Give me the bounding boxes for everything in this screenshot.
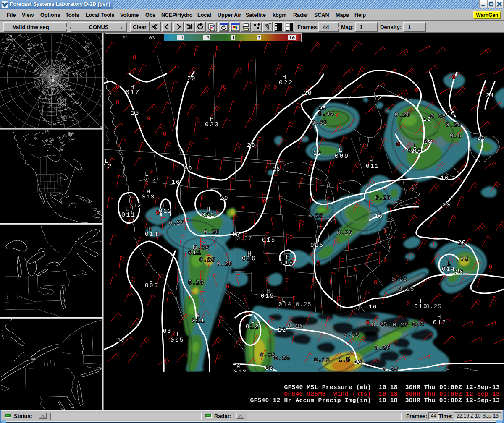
svg-text:0.5: 0.5 xyxy=(450,133,462,139)
svg-text:0: 0 xyxy=(366,320,369,326)
svg-text:GFS40 925MB Wind (kts) 10.18: GFS40 925MB Wind (kts) 10.18 30HR Thu 00… xyxy=(284,391,500,398)
svg-text:0: 0 xyxy=(415,87,418,94)
svg-text:011: 011 xyxy=(366,163,380,170)
svg-text:0.25: 0.25 xyxy=(393,322,409,329)
svg-text:0: 0 xyxy=(147,116,150,123)
svg-text:015: 015 xyxy=(262,237,276,244)
svg-text:12: 12 xyxy=(423,116,431,123)
svg-text:0.25: 0.25 xyxy=(426,303,442,310)
svg-text:0.25: 0.25 xyxy=(372,321,388,328)
svg-text:0: 0 xyxy=(156,210,159,217)
svg-text:013: 013 xyxy=(143,177,157,183)
svg-text:12: 12 xyxy=(278,327,286,334)
svg-text:022: 022 xyxy=(279,79,294,86)
svg-text:0.25: 0.25 xyxy=(314,357,330,364)
svg-text:016: 016 xyxy=(280,260,294,266)
svg-text:017: 017 xyxy=(433,319,447,326)
svg-text:0.25: 0.25 xyxy=(391,276,407,283)
svg-text:12: 12 xyxy=(133,203,142,209)
svg-text:014: 014 xyxy=(145,231,159,238)
svg-text:0.26: 0.26 xyxy=(375,345,391,351)
svg-text:1.5: 1.5 xyxy=(339,357,350,363)
svg-text:014: 014 xyxy=(442,266,456,273)
svg-text:0.25: 0.25 xyxy=(296,301,312,308)
svg-text:20: 20 xyxy=(184,165,192,172)
svg-text:12: 12 xyxy=(354,359,362,366)
svg-text:GFS40 MSL Pressure (mb) 10.18: GFS40 MSL Pressure (mb) 10.18 30HR Thu 0… xyxy=(284,384,500,391)
svg-text:08: 08 xyxy=(424,139,433,146)
svg-text:0.52: 0.52 xyxy=(312,120,328,127)
svg-text:0: 0 xyxy=(263,198,266,205)
svg-text:1: 1 xyxy=(231,35,234,41)
svg-text:0.25: 0.25 xyxy=(399,286,415,293)
svg-text:0: 0 xyxy=(133,55,136,61)
svg-text:16: 16 xyxy=(369,304,377,311)
svg-text:GFS40 12 Hr Accum Precip Img(i: GFS40 12 Hr Accum Precip Img(in) 10.18 3… xyxy=(250,397,500,404)
svg-text:021: 021 xyxy=(202,212,215,219)
svg-text:017: 017 xyxy=(126,89,140,96)
svg-text:12: 12 xyxy=(313,150,322,157)
svg-text:20: 20 xyxy=(304,90,312,97)
svg-text:0: 0 xyxy=(289,235,293,241)
svg-text:20: 20 xyxy=(220,195,228,202)
svg-text:0.25: 0.25 xyxy=(446,122,462,128)
svg-text:20: 20 xyxy=(187,76,196,82)
svg-text:.03: .03 xyxy=(146,35,155,41)
svg-text:012: 012 xyxy=(159,208,173,215)
svg-text:16: 16 xyxy=(441,175,449,182)
svg-text:16: 16 xyxy=(375,213,383,220)
svg-text:008: 008 xyxy=(408,148,422,154)
svg-text:0: 0 xyxy=(116,84,119,91)
svg-text:24: 24 xyxy=(486,92,494,99)
svg-text:10: 10 xyxy=(289,35,295,41)
svg-text:0: 0 xyxy=(116,99,119,106)
svg-text:0.25: 0.25 xyxy=(307,213,323,219)
svg-text:0.25: 0.25 xyxy=(288,323,304,330)
svg-text:0.37: 0.37 xyxy=(236,235,252,242)
svg-text:013: 013 xyxy=(142,194,155,201)
svg-text:12: 12 xyxy=(104,163,113,170)
svg-text:16: 16 xyxy=(131,110,139,117)
svg-text:3: 3 xyxy=(257,35,260,41)
svg-text:20: 20 xyxy=(458,240,466,246)
svg-text:12: 12 xyxy=(373,96,382,102)
svg-text:0: 0 xyxy=(316,261,320,267)
svg-text:0: 0 xyxy=(195,116,199,123)
svg-text:0: 0 xyxy=(241,205,244,212)
svg-text:16: 16 xyxy=(447,110,455,117)
svg-text:0: 0 xyxy=(374,279,377,286)
svg-text:012: 012 xyxy=(246,324,260,330)
svg-text:0: 0 xyxy=(215,209,219,216)
svg-text:0.25: 0.25 xyxy=(344,332,360,339)
svg-text:016: 016 xyxy=(242,255,257,262)
svg-text:0: 0 xyxy=(150,169,153,175)
svg-text:.3: .3 xyxy=(204,35,210,41)
svg-text:.75: .75 xyxy=(457,256,468,263)
svg-text:.1: .1 xyxy=(178,35,184,41)
svg-text:005: 005 xyxy=(171,337,184,344)
svg-text:20: 20 xyxy=(477,135,486,142)
svg-text:0.25: 0.25 xyxy=(169,220,185,227)
svg-text:16: 16 xyxy=(172,179,180,186)
svg-text:011: 011 xyxy=(121,212,136,219)
svg-text:0.2: 0.2 xyxy=(412,321,424,328)
svg-text:023: 023 xyxy=(205,121,220,128)
svg-text:0: 0 xyxy=(273,84,277,91)
svg-text:20: 20 xyxy=(442,202,451,209)
svg-text:0.25: 0.25 xyxy=(375,195,391,201)
svg-text:0.25: 0.25 xyxy=(395,112,411,118)
svg-text:0: 0 xyxy=(407,300,410,307)
svg-text:005: 005 xyxy=(145,282,159,289)
svg-text:0.44: 0.44 xyxy=(318,111,334,118)
svg-text:0.25: 0.25 xyxy=(217,261,233,267)
svg-text:0.75: 0.75 xyxy=(194,245,210,252)
svg-text:011: 011 xyxy=(192,318,205,324)
svg-text:0.25: 0.25 xyxy=(337,230,353,237)
svg-text:0.25: 0.25 xyxy=(430,113,446,120)
svg-text:0: 0 xyxy=(489,264,492,271)
svg-text:16: 16 xyxy=(272,166,281,173)
svg-text:0: 0 xyxy=(396,141,400,148)
svg-text:12: 12 xyxy=(117,337,126,344)
svg-text:0: 0 xyxy=(336,112,339,119)
svg-text:0.25: 0.25 xyxy=(204,229,220,235)
